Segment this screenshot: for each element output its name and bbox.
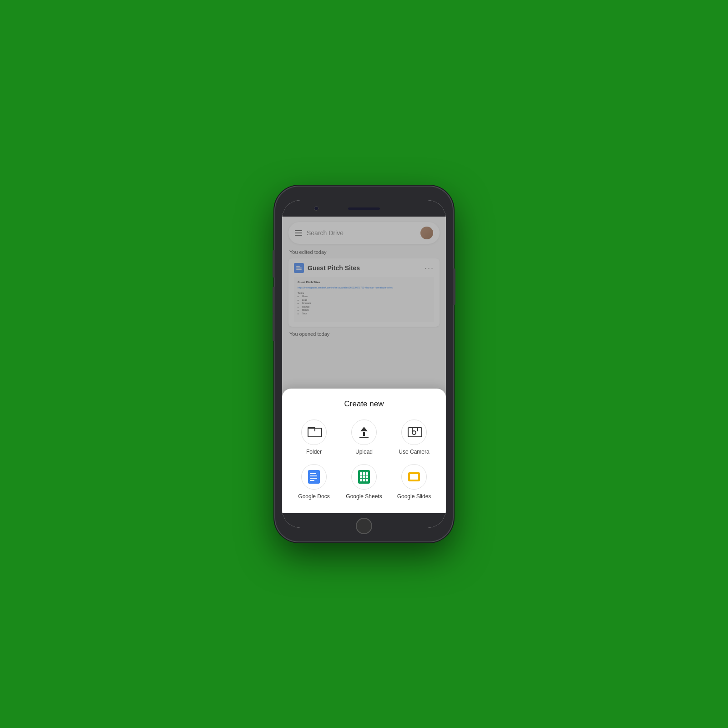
- google-sheets-item[interactable]: Google Sheets: [341, 464, 387, 500]
- upload-label: Upload: [355, 449, 373, 455]
- folder-label: Folder: [306, 449, 322, 455]
- upload-arrow: [360, 427, 368, 431]
- drive-background: Search Drive You edited today: [282, 217, 446, 513]
- front-camera: [314, 206, 318, 211]
- phone-status-bar: [282, 200, 446, 217]
- create-folder-item[interactable]: Folder: [291, 420, 337, 455]
- camera-icon-circle: [401, 420, 427, 445]
- sheet-grid: Folder Upload: [291, 420, 437, 500]
- camera-lens-icon: [412, 430, 416, 435]
- upload-icon: [359, 427, 369, 438]
- gslides-icon: [408, 472, 420, 481]
- upload-icon-circle: [351, 420, 377, 445]
- camera-label: Use Camera: [399, 449, 429, 455]
- gsheets-icon-circle: [351, 464, 377, 490]
- sheet-title: Create new: [291, 399, 437, 409]
- upload-base: [359, 437, 369, 438]
- home-button[interactable]: [356, 518, 372, 534]
- gslides-icon-circle: [401, 464, 427, 490]
- gdocs-label: Google Docs: [298, 493, 329, 500]
- bottom-sheet: Create new Folder: [282, 389, 446, 513]
- gdocs-icon: [308, 470, 320, 484]
- phone-device: Search Drive You edited today: [275, 187, 453, 541]
- folder-icon: [308, 427, 320, 437]
- gsheets-label: Google Sheets: [346, 493, 382, 500]
- upload-item[interactable]: Upload: [341, 420, 387, 455]
- gslides-label: Google Slides: [397, 493, 431, 500]
- google-docs-item[interactable]: Google Docs: [291, 464, 337, 500]
- use-camera-item[interactable]: Use Camera: [391, 420, 437, 455]
- google-slides-item[interactable]: Google Slides: [391, 464, 437, 500]
- gsheets-icon: [358, 470, 370, 484]
- speaker: [348, 207, 380, 210]
- camera-icon: [408, 427, 420, 437]
- folder-icon-circle: [301, 420, 327, 445]
- gdocs-icon-circle: [301, 464, 327, 490]
- phone-screen: Search Drive You edited today: [282, 200, 446, 528]
- upload-stem: [363, 432, 365, 436]
